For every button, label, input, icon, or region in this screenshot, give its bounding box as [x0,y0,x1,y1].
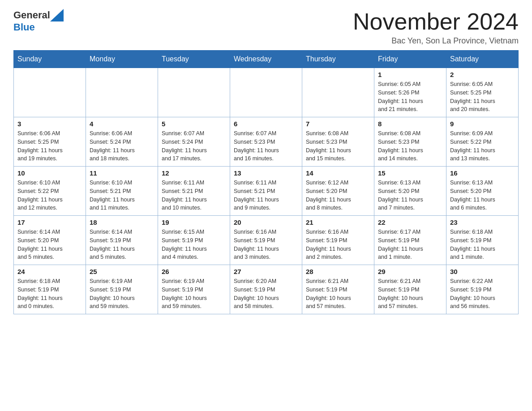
day-number: 29 [378,268,442,275]
calendar-cell: 12Sunrise: 6:11 AMSunset: 5:21 PMDayligh… [158,167,230,216]
day-info: Sunrise: 6:08 AMSunset: 5:23 PMDaylight:… [378,129,442,163]
calendar-cell: 9Sunrise: 6:09 AMSunset: 5:22 PMDaylight… [446,117,519,167]
day-info: Sunrise: 6:17 AMSunset: 5:19 PMDaylight:… [378,228,442,261]
calendar-cell: 13Sunrise: 6:11 AMSunset: 5:21 PMDayligh… [230,167,302,216]
logo-blue-text: Blue [13,21,35,33]
day-info: Sunrise: 6:06 AMSunset: 5:25 PMDaylight:… [17,129,82,163]
calendar-cell: 23Sunrise: 6:18 AMSunset: 5:19 PMDayligh… [446,216,519,265]
day-info: Sunrise: 6:05 AMSunset: 5:25 PMDaylight:… [450,80,515,114]
page-subtitle: Bac Yen, Son La Province, Vietnam [353,36,519,46]
calendar-cell: 28Sunrise: 6:21 AMSunset: 5:19 PMDayligh… [302,265,374,314]
calendar-header-saturday: Saturday [446,51,519,68]
calendar-header-friday: Friday [374,51,446,68]
day-number: 30 [450,268,515,275]
calendar-cell: 4Sunrise: 6:06 AMSunset: 5:24 PMDaylight… [86,117,158,167]
day-info: Sunrise: 6:18 AMSunset: 5:19 PMDaylight:… [17,277,82,311]
calendar-cell: 14Sunrise: 6:12 AMSunset: 5:20 PMDayligh… [302,167,374,216]
calendar-table: SundayMondayTuesdayWednesdayThursdayFrid… [13,50,519,314]
day-number: 25 [90,268,154,275]
day-number: 9 [450,120,515,128]
calendar-cell: 25Sunrise: 6:19 AMSunset: 5:19 PMDayligh… [86,265,158,314]
calendar-week-row: 24Sunrise: 6:18 AMSunset: 5:19 PMDayligh… [14,265,519,314]
svg-marker-0 [50,9,64,21]
calendar-header-row: SundayMondayTuesdayWednesdayThursdayFrid… [14,51,519,68]
calendar-cell [86,68,158,117]
calendar-header-monday: Monday [86,51,158,68]
day-info: Sunrise: 6:05 AMSunset: 5:26 PMDaylight:… [378,80,442,114]
calendar-cell: 8Sunrise: 6:08 AMSunset: 5:23 PMDaylight… [374,117,446,167]
day-info: Sunrise: 6:07 AMSunset: 5:24 PMDaylight:… [162,129,226,163]
day-info: Sunrise: 6:13 AMSunset: 5:20 PMDaylight:… [450,179,515,212]
day-info: Sunrise: 6:10 AMSunset: 5:22 PMDaylight:… [17,179,82,212]
calendar-cell [158,68,230,117]
day-number: 21 [306,218,370,226]
calendar-week-row: 10Sunrise: 6:10 AMSunset: 5:22 PMDayligh… [14,167,519,216]
title-block: November 2024 Bac Yen, Son La Province, … [353,9,519,46]
day-info: Sunrise: 6:22 AMSunset: 5:19 PMDaylight:… [450,277,515,311]
day-info: Sunrise: 6:10 AMSunset: 5:21 PMDaylight:… [90,179,154,212]
calendar-cell: 6Sunrise: 6:07 AMSunset: 5:23 PMDaylight… [230,117,302,167]
calendar-cell: 29Sunrise: 6:21 AMSunset: 5:19 PMDayligh… [374,265,446,314]
calendar-week-row: 1Sunrise: 6:05 AMSunset: 5:26 PMDaylight… [14,68,519,117]
day-number: 7 [306,120,370,128]
calendar-cell: 26Sunrise: 6:19 AMSunset: 5:19 PMDayligh… [158,265,230,314]
day-number: 15 [378,169,442,177]
calendar-cell: 15Sunrise: 6:13 AMSunset: 5:20 PMDayligh… [374,167,446,216]
calendar-cell [14,68,86,117]
calendar-cell: 20Sunrise: 6:16 AMSunset: 5:19 PMDayligh… [230,216,302,265]
calendar-cell: 17Sunrise: 6:14 AMSunset: 5:20 PMDayligh… [14,216,86,265]
day-number: 28 [306,268,370,275]
calendar-cell: 30Sunrise: 6:22 AMSunset: 5:19 PMDayligh… [446,265,519,314]
calendar-cell: 27Sunrise: 6:20 AMSunset: 5:19 PMDayligh… [230,265,302,314]
day-number: 19 [162,218,226,226]
day-info: Sunrise: 6:21 AMSunset: 5:19 PMDaylight:… [306,277,370,311]
day-number: 5 [162,120,226,128]
day-info: Sunrise: 6:12 AMSunset: 5:20 PMDaylight:… [306,179,370,212]
day-info: Sunrise: 6:06 AMSunset: 5:24 PMDaylight:… [90,129,154,163]
calendar-cell: 11Sunrise: 6:10 AMSunset: 5:21 PMDayligh… [86,167,158,216]
calendar-header-wednesday: Wednesday [230,51,302,68]
day-info: Sunrise: 6:14 AMSunset: 5:19 PMDaylight:… [90,228,154,261]
calendar-cell: 21Sunrise: 6:16 AMSunset: 5:19 PMDayligh… [302,216,374,265]
day-number: 11 [90,169,154,177]
calendar-cell [230,68,302,117]
calendar-header-tuesday: Tuesday [158,51,230,68]
day-number: 4 [90,120,154,128]
day-info: Sunrise: 6:07 AMSunset: 5:23 PMDaylight:… [234,129,298,163]
calendar-cell: 19Sunrise: 6:15 AMSunset: 5:19 PMDayligh… [158,216,230,265]
day-number: 27 [234,268,298,275]
day-info: Sunrise: 6:15 AMSunset: 5:19 PMDaylight:… [162,228,226,261]
day-info: Sunrise: 6:21 AMSunset: 5:19 PMDaylight:… [378,277,442,311]
calendar-cell: 18Sunrise: 6:14 AMSunset: 5:19 PMDayligh… [86,216,158,265]
day-number: 14 [306,169,370,177]
day-number: 16 [450,169,515,177]
page-title: November 2024 [353,9,519,34]
day-number: 1 [378,71,442,78]
day-info: Sunrise: 6:19 AMSunset: 5:19 PMDaylight:… [162,277,226,311]
day-number: 10 [17,169,82,177]
calendar-cell: 2Sunrise: 6:05 AMSunset: 5:25 PMDaylight… [446,68,519,117]
calendar-cell: 7Sunrise: 6:08 AMSunset: 5:23 PMDaylight… [302,117,374,167]
day-info: Sunrise: 6:14 AMSunset: 5:20 PMDaylight:… [17,228,82,261]
day-number: 17 [17,218,82,226]
day-info: Sunrise: 6:19 AMSunset: 5:19 PMDaylight:… [90,277,154,311]
day-number: 20 [234,218,298,226]
day-number: 18 [90,218,154,226]
day-info: Sunrise: 6:20 AMSunset: 5:19 PMDaylight:… [234,277,298,311]
calendar-header-thursday: Thursday [302,51,374,68]
calendar-cell: 16Sunrise: 6:13 AMSunset: 5:20 PMDayligh… [446,167,519,216]
day-number: 22 [378,218,442,226]
day-number: 13 [234,169,298,177]
calendar-cell: 10Sunrise: 6:10 AMSunset: 5:22 PMDayligh… [14,167,86,216]
day-number: 23 [450,218,515,226]
day-info: Sunrise: 6:09 AMSunset: 5:22 PMDaylight:… [450,129,515,163]
calendar-week-row: 3Sunrise: 6:06 AMSunset: 5:25 PMDaylight… [14,117,519,167]
logo-icon [50,9,64,21]
calendar-cell: 3Sunrise: 6:06 AMSunset: 5:25 PMDaylight… [14,117,86,167]
day-info: Sunrise: 6:13 AMSunset: 5:20 PMDaylight:… [378,179,442,212]
day-info: Sunrise: 6:16 AMSunset: 5:19 PMDaylight:… [306,228,370,261]
day-number: 2 [450,71,515,78]
day-number: 12 [162,169,226,177]
calendar-header-sunday: Sunday [14,51,86,68]
calendar-week-row: 17Sunrise: 6:14 AMSunset: 5:20 PMDayligh… [14,216,519,265]
